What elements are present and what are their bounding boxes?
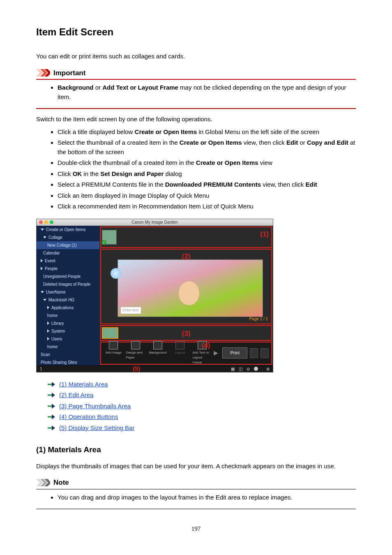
arrow-right-icon <box>48 393 55 398</box>
sidebar-item[interactable]: New Collage (1) <box>37 241 99 249</box>
sidebar-item[interactable]: Create or Open Items <box>37 226 99 234</box>
material-thumb[interactable]: ✓ <box>102 230 117 245</box>
op-button[interactable]: Background <box>148 341 168 355</box>
marker-1: (1) <box>260 229 269 240</box>
chevron-down-icon <box>43 236 46 238</box>
page-thumb[interactable] <box>102 327 118 339</box>
note-title: Note <box>53 477 69 488</box>
sidebar-item-label: Users <box>51 336 62 342</box>
section-link[interactable]: (3) Page Thumbnails Area <box>59 402 131 411</box>
arrow-right-icon <box>48 382 55 387</box>
sidebar-item-label: Event <box>45 258 55 264</box>
sidebar-item-label: Macintosh HD <box>48 297 74 303</box>
chevron-right-icon <box>47 321 49 325</box>
switch-op-item: Click a recommended item in Recommendati… <box>58 202 356 211</box>
marker-3: (3) <box>182 328 191 339</box>
note-icon <box>36 479 50 486</box>
switch-op-item: Double-click the thumbnail of a created … <box>58 158 356 168</box>
arrow-right-icon <box>48 426 55 430</box>
zoom-out-icon[interactable]: ⊖ <box>247 366 250 372</box>
chevron-right-icon <box>47 306 49 309</box>
materials-area[interactable]: ✓ (1) <box>100 227 272 248</box>
sidebar-item-label: UserName <box>46 289 66 295</box>
sidebar-item-label: Library <box>51 320 64 326</box>
sidebar-item-label: home <box>47 344 58 350</box>
sidebar-item[interactable]: Collage <box>37 234 99 241</box>
print-button[interactable]: Print <box>222 347 247 358</box>
enter-text-placeholder[interactable]: Enter text. <box>120 307 141 314</box>
op-button-icon <box>175 341 184 349</box>
close-icon[interactable] <box>39 220 43 224</box>
edit-photo[interactable]: Enter text. <box>118 259 263 317</box>
app-titlebar: Canon My Image Garden <box>37 219 273 226</box>
op-button-label: Layout <box>175 350 185 355</box>
sidebar-item[interactable]: Photo Sharing Sites <box>37 358 99 365</box>
op-button-label: Add Text or Layout Frame <box>192 350 212 365</box>
app-sidebar[interactable]: Create or Open ItemsCollageNew Collage (… <box>37 226 99 365</box>
important-title: Important <box>53 68 85 79</box>
sidebar-item[interactable]: Event <box>37 257 99 265</box>
section-links: (1) Materials Area(2) Edit Area(3) Page … <box>36 380 356 433</box>
section-link[interactable]: (5) Display Size Setting Bar <box>59 423 134 433</box>
section-link-item: (3) Page Thumbnails Area <box>48 402 356 411</box>
section-link-item: (1) Materials Area <box>48 380 356 389</box>
fit-icon[interactable]: ▦ <box>231 366 235 372</box>
operation-buttons-bar: Add ImageDesign and PaperBackgroundLayou… <box>100 342 272 365</box>
sidebar-item[interactable]: System <box>37 327 99 335</box>
zoom-in-icon[interactable]: ⊕ <box>266 366 270 372</box>
zoom-icon[interactable] <box>50 220 53 224</box>
display-size-bar: 1 (5) ▦ ◫ ⊖ ⊕ <box>37 365 273 372</box>
sidebar-item[interactable]: Applications <box>37 304 99 312</box>
undo-button[interactable] <box>250 348 258 358</box>
sidebar-item-label: Collage <box>48 234 62 240</box>
intro-text: You can edit or print items such as coll… <box>36 52 356 61</box>
chevron-down-icon <box>41 291 44 293</box>
sidebar-item[interactable]: Users <box>37 335 99 343</box>
sidebar-item[interactable]: People <box>37 265 99 273</box>
page-title: Item Edit Screen <box>36 25 356 39</box>
switch-op-item: Select the thumbnail of a created item i… <box>58 138 356 157</box>
sidebar-item[interactable]: home <box>37 343 99 351</box>
section-link[interactable]: (4) Operation Buttons <box>59 412 118 422</box>
op-button[interactable]: Layout <box>170 341 190 355</box>
section-link-item: (2) Edit Area <box>48 391 356 400</box>
marker-5: (5) <box>133 364 140 374</box>
switch-op-item: Click a title displayed below Create or … <box>58 127 356 137</box>
chevron-right-icon[interactable]: ▶ <box>212 349 220 357</box>
app-screenshot: Canon My Image Garden Create or Open Ite… <box>36 219 273 372</box>
edit-area[interactable]: (2) Enter text. Page 1 / 1 <box>100 249 272 324</box>
chevron-right-icon <box>41 267 43 270</box>
sidebar-item-label: Photo Sharing Sites <box>41 359 77 365</box>
op-button[interactable]: Add Text or Layout Frame(4) <box>192 341 212 365</box>
redo-button[interactable] <box>261 348 269 358</box>
op-button-icon <box>109 341 118 349</box>
marker-4: (4) <box>202 340 210 351</box>
actual-size-icon[interactable]: ◫ <box>239 366 242 372</box>
sidebar-item-label: System <box>51 328 65 334</box>
sidebar-item[interactable]: Library <box>37 319 99 327</box>
switch-operations-list: Click a title displayed below Create or … <box>36 127 356 211</box>
sidebar-item[interactable]: UserName <box>37 288 99 296</box>
sidebar-item[interactable]: home <box>37 312 99 319</box>
marker-2: (2) <box>182 251 191 262</box>
sidebar-item[interactable]: Unregistered People <box>37 273 99 280</box>
sidebar-item[interactable]: Calendar <box>37 249 99 257</box>
sidebar-item[interactable]: Scan <box>37 351 99 358</box>
status-left: 1 <box>40 366 42 372</box>
sidebar-item[interactable]: Macintosh HD <box>37 296 99 304</box>
minimize-icon[interactable] <box>44 220 48 224</box>
switch-op-item: Click an item displayed in Image Display… <box>58 191 356 201</box>
chevron-down-icon <box>43 299 46 301</box>
op-button-label: Design and Paper <box>126 350 145 360</box>
switch-intro: Switch to the Item edit screen by one of… <box>36 115 356 124</box>
op-button[interactable]: Add Image <box>104 341 123 355</box>
section-link[interactable]: (2) Edit Area <box>59 391 93 400</box>
section-link[interactable]: (1) Materials Area <box>59 380 108 389</box>
svg-marker-10 <box>52 414 55 419</box>
arrow-right-icon <box>48 414 55 419</box>
page-thumbnails-area[interactable]: (3) <box>100 325 272 341</box>
svg-marker-4 <box>52 382 55 387</box>
note-callout: Note You can drag and drop images to the… <box>36 477 356 509</box>
sidebar-item[interactable]: Deleted Images of People <box>37 280 99 288</box>
op-button[interactable]: Design and Paper <box>126 341 145 360</box>
